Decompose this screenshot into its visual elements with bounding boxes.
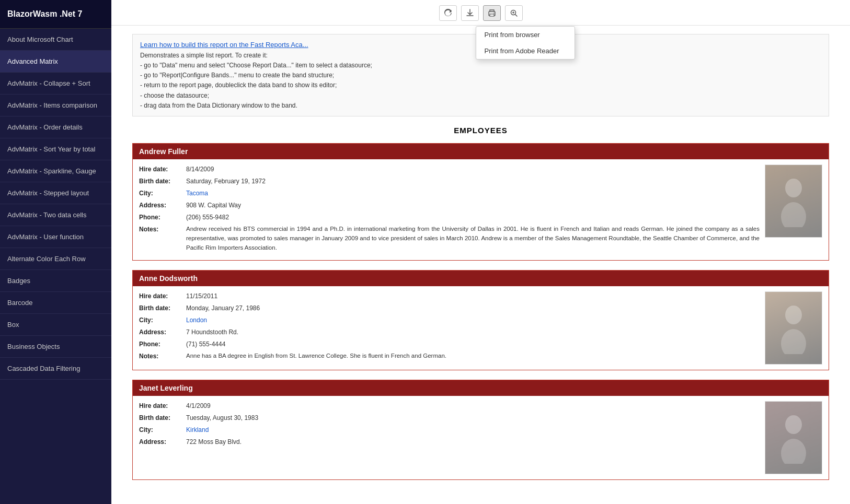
employee-photo-0 (765, 165, 822, 238)
notes-label: Notes: (139, 351, 186, 361)
zoom-icon (510, 9, 518, 17)
info-row: City:Kirkland (139, 425, 760, 435)
person-silhouette (778, 412, 809, 464)
main-content: Print from browserPrint from Adobe Reade… (111, 0, 850, 504)
employee-body-0: Hire date:8/14/2009Birth date:Saturday, … (133, 159, 829, 260)
info-label: City: (139, 425, 186, 435)
info-label: Address: (139, 327, 186, 337)
sidebar-item-badges[interactable]: Badges (0, 270, 111, 292)
info-value: Saturday, February 19, 1972 (186, 177, 266, 186)
info-row: Hire date:11/15/2011 (139, 291, 760, 301)
notes-value: Anne has a BA degree in English from St.… (186, 351, 446, 361)
employee-card-1: Anne DodsworthHire date:11/15/2011Birth … (132, 270, 829, 370)
zoom-button[interactable] (505, 5, 523, 21)
info-value: 722 Moss Bay Blvd. (186, 437, 242, 447)
info-row: Hire date:8/14/2009 (139, 165, 760, 174)
info-value: 7 Houndstooth Rd. (186, 327, 238, 337)
employee-info-2: Hire date:4/1/2009Birth date:Tuesday, Au… (139, 401, 760, 474)
info-value: London (186, 315, 207, 325)
info-row: Address:722 Moss Bay Blvd. (139, 437, 760, 447)
svg-point-11 (785, 415, 802, 434)
sidebar-item-advanced-matrix[interactable]: Advanced Matrix (0, 51, 111, 73)
employee-card-2: Janet LeverlingHire date:4/1/2009Birth d… (132, 380, 829, 480)
dropdown-item-print-browser[interactable]: Print from browser (476, 27, 575, 43)
info-label: Phone: (139, 213, 186, 222)
employee-name-0: Andrew Fuller (133, 144, 829, 159)
sidebar-item-about-microsoft-chart[interactable]: About Microsoft Chart (0, 29, 111, 51)
report-title: EMPLOYEES (132, 126, 829, 135)
sidebar-item-barcode[interactable]: Barcode (0, 292, 111, 314)
info-value: (71) 555-4444 (186, 339, 225, 349)
academy-link[interactable]: Learn how to build this report on the Fa… (140, 41, 308, 49)
info-row: Address:7 Houndstooth Rd. (139, 327, 760, 337)
nav-list: About Microsoft ChartAdvanced MatrixAdvM… (0, 29, 111, 380)
info-label: City: (139, 315, 186, 325)
svg-point-2 (493, 13, 495, 14)
svg-point-9 (785, 306, 802, 324)
sidebar-item-advmatrix-stepped-layout[interactable]: AdvMatrix - Stepped layout (0, 182, 111, 204)
notes-value: Andrew received his BTS commercial in 19… (186, 225, 760, 252)
person-silhouette (778, 175, 809, 227)
download-button[interactable] (461, 5, 479, 21)
info-label: Address: (139, 437, 186, 447)
refresh-icon (444, 9, 452, 17)
info-label: Hire date: (139, 401, 186, 411)
print-button[interactable] (483, 5, 501, 21)
sidebar-item-advmatrix-sparkline-gauge[interactable]: AdvMatrix - Sparkline, Gauge (0, 160, 111, 182)
info-value: 908 W. Capital Way (186, 201, 241, 210)
info-label: Phone: (139, 339, 186, 349)
info-row: City:London (139, 315, 760, 325)
info-value: Tuesday, August 30, 1983 (186, 413, 258, 423)
sidebar-item-advmatrix-collapse-sort[interactable]: AdvMatrix - Collapse + Sort (0, 73, 111, 95)
app-title: BlazorWasm .Net 7 (0, 0, 111, 29)
employee-card-0: Andrew FullerHire date:8/14/2009Birth da… (132, 143, 829, 261)
sidebar-item-advmatrix-user-function[interactable]: AdvMatrix - User function (0, 226, 111, 248)
employees-container: Andrew FullerHire date:8/14/2009Birth da… (132, 143, 829, 480)
print-dropdown: Print from browserPrint from Adobe Reade… (476, 26, 575, 60)
info-row: Birth date:Saturday, February 19, 1972 (139, 177, 760, 186)
description-text: Demonstrates a simple list report. To cr… (140, 52, 372, 109)
info-label: Hire date: (139, 291, 186, 301)
dropdown-item-print-adobe[interactable]: Print from Adobe Reader (476, 43, 575, 59)
info-row: Birth date:Monday, January 27, 1986 (139, 303, 760, 313)
sidebar-item-cascaded-data-filtering[interactable]: Cascaded Data Filtering (0, 358, 111, 380)
toolbar: Print from browserPrint from Adobe Reade… (111, 0, 850, 26)
info-value: Monday, January 27, 1986 (186, 303, 260, 313)
refresh-button[interactable] (439, 5, 457, 21)
employee-info-1: Hire date:11/15/2011Birth date:Monday, J… (139, 291, 760, 365)
svg-line-4 (515, 15, 517, 17)
info-value: 4/1/2009 (186, 401, 211, 411)
sidebar-item-business-objects[interactable]: Business Objects (0, 336, 111, 358)
info-row: Phone:(206) 555-9482 (139, 213, 760, 222)
info-label: Birth date: (139, 177, 186, 186)
sidebar-item-advmatrix-order-details[interactable]: AdvMatrix - Order details (0, 116, 111, 138)
sidebar-item-advmatrix-items-comparison[interactable]: AdvMatrix - Items comparison (0, 95, 111, 116)
sidebar-item-alternate-color-each-row[interactable]: Alternate Color Each Row (0, 248, 111, 270)
sidebar-item-box[interactable]: Box (0, 314, 111, 336)
info-label: Birth date: (139, 413, 186, 423)
sidebar-item-advmatrix-two-data-cells[interactable]: AdvMatrix - Two data cells (0, 204, 111, 226)
info-label: Birth date: (139, 303, 186, 313)
sidebar-item-advmatrix-sort-year-by-total[interactable]: AdvMatrix - Sort Year by total (0, 138, 111, 160)
svg-point-12 (781, 439, 806, 464)
employee-info-0: Hire date:8/14/2009Birth date:Saturday, … (139, 165, 760, 255)
download-icon (466, 9, 474, 17)
info-row: City:Tacoma (139, 189, 760, 198)
info-label: Hire date: (139, 165, 186, 174)
info-value: Tacoma (186, 189, 208, 198)
svg-point-8 (781, 202, 806, 227)
employee-name-1: Anne Dodsworth (133, 271, 829, 286)
svg-rect-1 (490, 14, 494, 16)
info-row: Birth date:Tuesday, August 30, 1983 (139, 413, 760, 423)
employee-body-2: Hire date:4/1/2009Birth date:Tuesday, Au… (133, 396, 829, 479)
info-value: (206) 555-9482 (186, 213, 229, 222)
employee-name-2: Janet Leverling (133, 380, 829, 396)
person-silhouette (778, 302, 809, 354)
svg-point-7 (785, 179, 802, 197)
svg-point-10 (781, 329, 806, 354)
info-label: City: (139, 189, 186, 198)
info-row: Phone:(71) 555-4444 (139, 339, 760, 349)
notes-label: Notes: (139, 225, 186, 252)
sidebar: BlazorWasm .Net 7 About Microsoft ChartA… (0, 0, 111, 504)
employee-photo-2 (765, 401, 822, 474)
